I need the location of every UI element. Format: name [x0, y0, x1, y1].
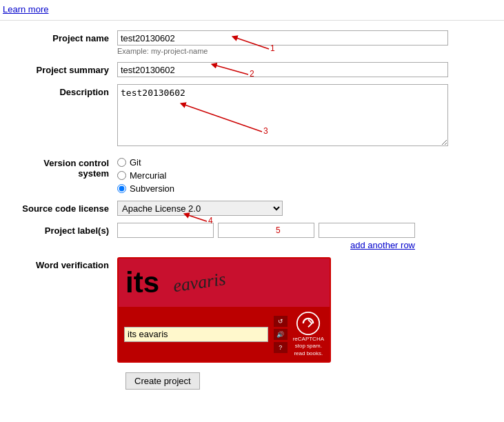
project-summary-input[interactable]: [117, 62, 448, 77]
captcha-word-2: eavaris: [172, 269, 227, 297]
license-content: Apache License 2.0 MIT License GPL v2 GP…: [117, 201, 490, 216]
recaptcha-badge: reCAPTCHAstop spam.read books.: [293, 311, 324, 357]
project-labels-label: Project label(s): [14, 223, 117, 236]
captcha-refresh-button[interactable]: ↺: [274, 316, 288, 327]
learn-more-link[interactable]: Learn more: [0, 3, 504, 16]
form-container: 1 2 3 4 5 Project name Example: my-proje…: [0, 25, 504, 395]
captcha-controls: ↺ 🔊 ?: [274, 316, 288, 353]
description-content: test20130602: [117, 84, 490, 148]
create-project-button[interactable]: Create project: [125, 372, 200, 390]
vcs-git-radio[interactable]: [117, 158, 126, 167]
word-verification-content: its eavaris ↺ 🔊 ?: [117, 257, 490, 363]
vcs-subversion-radio[interactable]: [117, 184, 126, 193]
label-input-1[interactable]: [117, 223, 214, 238]
label-input-3[interactable]: [319, 223, 415, 238]
project-name-hint: Example: my-project-name: [117, 47, 490, 55]
create-button-container: Create project: [125, 372, 490, 390]
label-input-2[interactable]: [218, 223, 314, 238]
svg-point-9: [297, 312, 319, 334]
captcha-box: its eavaris ↺ 🔊 ?: [117, 257, 331, 363]
vcs-git-option[interactable]: Git: [117, 157, 490, 168]
project-labels-content: add another row: [117, 223, 490, 250]
captcha-image: its eavaris: [119, 259, 330, 307]
captcha-help-button[interactable]: ?: [274, 342, 288, 353]
captcha-bottom: ↺ 🔊 ? reCAPTCHAstop spam.read books.: [119, 307, 330, 361]
add-another-row-link[interactable]: add another row: [350, 240, 415, 250]
vcs-mercurial-option[interactable]: Mercurial: [117, 170, 490, 181]
vcs-git-label: Git: [130, 157, 141, 168]
vcs-mercurial-label: Mercurial: [130, 170, 166, 181]
captcha-audio-button[interactable]: 🔊: [274, 329, 288, 340]
license-label: Source code license: [14, 201, 117, 214]
project-summary-label: Project summary: [14, 62, 117, 75]
recaptcha-logo-icon: [296, 311, 321, 336]
description-row: Description test20130602: [14, 84, 490, 148]
project-summary-row: Project summary: [14, 62, 490, 77]
label-inputs-group: [117, 223, 490, 238]
project-name-input[interactable]: [117, 30, 448, 46]
vcs-mercurial-radio[interactable]: [117, 171, 126, 180]
description-textarea[interactable]: test20130602: [117, 84, 448, 146]
captcha-input[interactable]: [124, 327, 268, 342]
license-select[interactable]: Apache License 2.0 MIT License GPL v2 GP…: [117, 201, 283, 216]
vcs-subversion-label: Subversion: [130, 183, 174, 194]
project-name-row: Project name Example: my-project-name: [14, 30, 490, 55]
project-labels-row: Project label(s) add another row: [14, 223, 490, 250]
version-control-row: Version control system Git Mercurial Sub…: [14, 155, 490, 194]
vcs-subversion-option[interactable]: Subversion: [117, 183, 490, 194]
project-name-content: Example: my-project-name: [117, 30, 490, 55]
recaptcha-text: reCAPTCHAstop spam.read books.: [293, 336, 324, 357]
project-name-label: Project name: [14, 30, 117, 43]
description-label: Description: [14, 84, 117, 97]
word-verification-label: Word verification: [14, 257, 117, 270]
top-divider: [0, 20, 504, 21]
word-verification-row: Word verification its eavaris ↺ 🔊 ?: [14, 257, 490, 363]
project-summary-content: [117, 62, 490, 77]
license-row: Source code license Apache License 2.0 M…: [14, 201, 490, 216]
version-control-label: Version control system: [14, 155, 117, 179]
captcha-word-1: its: [125, 266, 159, 299]
version-control-content: Git Mercurial Subversion: [117, 155, 490, 194]
vcs-radio-group: Git Mercurial Subversion: [117, 155, 490, 194]
captcha-words: its eavaris: [125, 266, 226, 299]
add-row-container: add another row: [117, 240, 415, 250]
